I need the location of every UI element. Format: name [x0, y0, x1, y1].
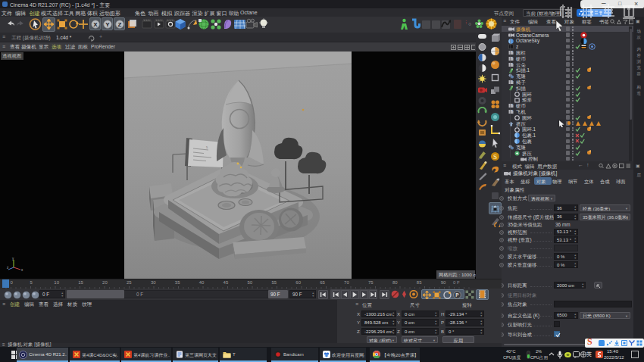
svg-text:S: S [492, 152, 496, 160]
svg-text:Y: Y [105, 21, 110, 28]
svg-text:x: x [21, 268, 23, 272]
svg-text:X: X [93, 21, 98, 28]
svg-text:P: P [455, 292, 459, 298]
svg-text:Z: Z [117, 21, 121, 28]
svg-text:y: y [12, 257, 14, 261]
